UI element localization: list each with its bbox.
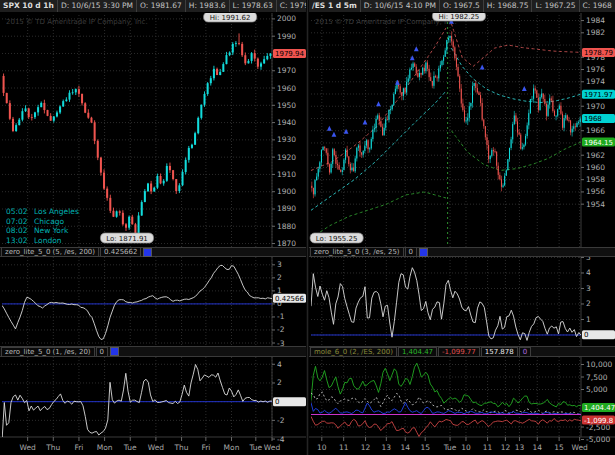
ind2-series: [2, 365, 272, 442]
svg-text:14: 14: [400, 443, 410, 452]
svg-text:10,000: 10,000: [586, 360, 612, 369]
svg-text:1950: 1950: [277, 101, 296, 110]
svg-text:1900: 1900: [277, 187, 296, 196]
svg-text:0.42566: 0.42566: [275, 295, 304, 303]
indicator-label-cell: -1,099.77: [438, 347, 480, 357]
svg-text:1971.97: 1971.97: [584, 91, 613, 99]
es-chart-svg[interactable]: 2015 © TD Ameritrade IP Company, Inc.198…: [309, 0, 615, 455]
ind2-axis-badge: 0: [273, 397, 306, 406]
svg-text:1982: 1982: [586, 28, 605, 37]
svg-text:07:02: 07:02: [6, 217, 28, 226]
svg-text:12: 12: [501, 443, 511, 452]
lo-price-label: Lo: 1871.91: [100, 233, 153, 243]
svg-text:Mon: Mon: [97, 443, 113, 452]
header-segment: O: 1967.5: [440, 0, 484, 12]
svg-text:1880: 1880: [277, 222, 296, 231]
svg-text:1974: 1974: [586, 77, 605, 86]
main-axis-badge: 1978.79: [582, 48, 615, 57]
header-segment: /ES 1 d 5m: [309, 0, 361, 12]
es-chart-panel[interactable]: 2015 © TD Ameritrade IP Company, Inc.198…: [309, 0, 615, 455]
svg-text:Wed: Wed: [148, 443, 165, 452]
svg-text:2: 2: [277, 273, 282, 282]
header-segment: D: 10/6/15 4:10 PM: [361, 0, 440, 12]
header-segment: O: 1981.67: [137, 0, 186, 12]
svg-text:Fri: Fri: [74, 443, 83, 452]
time-axis: WedThuFriMonTueWedThuFriMonTueWed: [19, 437, 280, 452]
svg-text:2000: 2000: [277, 14, 296, 23]
svg-text:5,000: 5,000: [586, 385, 608, 394]
svg-text:15: 15: [554, 443, 564, 452]
svg-text:14: 14: [532, 443, 542, 452]
svg-text:Lo: 1955.25: Lo: 1955.25: [316, 235, 358, 243]
svg-text:1958: 1958: [586, 175, 605, 184]
svg-text:10: 10: [317, 443, 327, 452]
header-segment: SPX 10 d 1h: [0, 0, 58, 12]
spx-chart-svg[interactable]: 2015 © TD Ameritrade IP Company, Inc.05:…: [0, 0, 306, 455]
svg-text:Fri: Fri: [201, 443, 210, 452]
trading-workspace: 2015 © TD Ameritrade IP Company, Inc.05:…: [0, 0, 615, 455]
svg-text:13:02: 13:02: [6, 236, 28, 245]
plot-color-chip: [110, 347, 119, 356]
svg-text:1: 1: [586, 315, 591, 324]
svg-text:1962: 1962: [586, 151, 605, 160]
header-segment: H: 1968.75: [484, 0, 533, 12]
svg-text:Mon: Mon: [224, 443, 240, 452]
ind2-axis-badge: -1,099.8: [582, 416, 615, 425]
plot-color-chip: [143, 248, 152, 257]
svg-text:11: 11: [483, 443, 493, 452]
svg-text:1910: 1910: [277, 170, 296, 179]
svg-text:1990: 1990: [277, 32, 296, 41]
ind2-series: [311, 363, 581, 436]
svg-text:-1: -1: [277, 312, 285, 321]
indicator2-label-bar: zero_lite_5_0 (1, /es, 20)0: [0, 346, 306, 357]
indicator-label-cell: 157.878: [481, 347, 518, 357]
svg-text:0: 0: [584, 331, 588, 339]
svg-text:1960: 1960: [277, 84, 296, 93]
svg-text:3: 3: [586, 284, 591, 293]
svg-text:New York: New York: [34, 226, 69, 235]
svg-text:05:02: 05:02: [6, 207, 28, 216]
svg-text:0: 0: [275, 398, 279, 406]
es-header: /ES 1 d 5mD: 10/6/15 4:10 PMO: 1967.5H: …: [309, 0, 615, 13]
svg-text:2: 2: [586, 299, 591, 308]
svg-text:-2: -2: [277, 416, 285, 425]
main-axis-badge: 1964.15: [582, 138, 615, 147]
plot-color-chip: [419, 248, 428, 257]
header-segment: H: 1983.6: [186, 0, 230, 12]
svg-text:12: 12: [361, 443, 371, 452]
hi-price-label: Hi: 1991.62: [204, 12, 257, 22]
candles: [311, 31, 580, 198]
indicator-label-cell: 0: [405, 247, 417, 257]
timezone-list: 05:02Los Angeles07:02Chicago08:02New Yor…: [6, 207, 79, 245]
svg-text:1984: 1984: [586, 16, 605, 25]
main-grid: [311, 12, 581, 247]
svg-text:-5,000: -5,000: [586, 435, 610, 444]
svg-text:1954: 1954: [586, 200, 605, 209]
indicator1-label-bar: zero_lite_5_0 (3, /es, 25)0: [309, 247, 615, 257]
svg-text:Tue: Tue: [443, 443, 457, 452]
main-axis-badge: 1979.94: [273, 49, 306, 58]
time-axis: 101112131415Tue101112131415Wed: [317, 437, 588, 452]
svg-text:-2: -2: [277, 325, 285, 334]
svg-text:15: 15: [420, 443, 430, 452]
ind2-grid: [311, 357, 581, 437]
svg-text:Los Angeles: Los Angeles: [34, 207, 79, 216]
indicator-label-cell: 0: [519, 347, 531, 357]
ind1-grid: [311, 257, 581, 346]
indicator2-label-bar: mole_6_0 (2, /ES, 200)1,404.47-1,099.771…: [309, 346, 615, 357]
main-axis-badge: 1968: [582, 114, 615, 123]
svg-text:1979.94: 1979.94: [275, 50, 304, 58]
indicator-label-cell: 0.425662: [100, 247, 141, 257]
svg-text:-1,099.8: -1,099.8: [584, 417, 613, 425]
svg-text:Hi: 1982.25: Hi: 1982.25: [439, 13, 480, 21]
indicator1-label-bar: zero_lite_5_0 (5, /es, 200)0.425662: [0, 247, 306, 257]
spx-chart-panel[interactable]: 2015 © TD Ameritrade IP Company, Inc.05:…: [0, 0, 306, 455]
svg-text:2: 2: [277, 378, 282, 387]
ind2-axis-badge: 1,404.47: [582, 403, 615, 412]
svg-text:4: 4: [586, 268, 591, 277]
svg-text:Hi: 1991.62: Hi: 1991.62: [210, 14, 251, 22]
svg-text:1970: 1970: [277, 66, 296, 75]
ind1-axis-labels: 3210-1-2-3: [272, 260, 285, 347]
indicator-label-cell: mole_6_0 (2, /ES, 200): [310, 347, 397, 357]
svg-text:1,404.47: 1,404.47: [584, 404, 615, 412]
